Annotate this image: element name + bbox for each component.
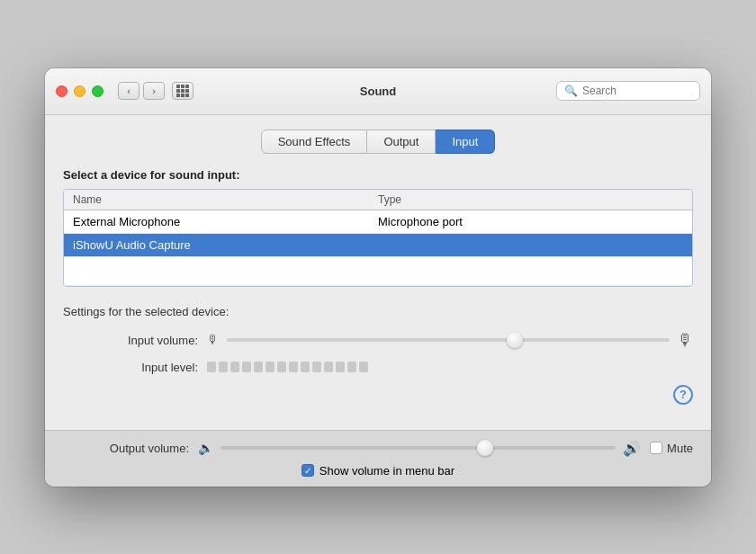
level-bar-3 (230, 362, 239, 372)
tab-bar: Sound Effects Output Input (63, 130, 693, 154)
table-header: Name Type (64, 190, 692, 210)
level-bar-5 (254, 362, 263, 372)
level-bar-10 (312, 362, 321, 372)
output-volume-slider[interactable] (220, 446, 616, 450)
level-bar-4 (242, 362, 251, 372)
input-level-row: Input level: (63, 361, 693, 374)
device-type (378, 238, 683, 252)
table-row[interactable]: External Microphone Microphone port (64, 210, 692, 234)
level-bar-13 (347, 362, 356, 372)
forward-button[interactable]: › (143, 82, 165, 100)
device-type-empty (378, 262, 683, 281)
level-bar-12 (336, 362, 345, 372)
device-name: External Microphone (73, 215, 378, 228)
minimize-button[interactable] (74, 85, 86, 97)
nav-buttons: ‹ › (118, 82, 165, 100)
level-bar-1 (207, 362, 216, 372)
level-bar-2 (219, 362, 228, 372)
level-bar-8 (289, 362, 298, 372)
help-button[interactable]: ? (673, 385, 693, 405)
input-volume-slider[interactable] (227, 338, 670, 342)
settings-label: Settings for the selected device: (63, 305, 693, 318)
mic-small-icon: 🎙 (207, 333, 220, 347)
output-volume-thumb[interactable] (477, 440, 493, 456)
output-volume-label: Output volume: (63, 442, 189, 455)
tab-sound-effects[interactable]: Sound Effects (261, 130, 368, 154)
search-bar[interactable]: 🔍 (556, 81, 700, 101)
level-bar-6 (266, 362, 274, 372)
device-type: Microphone port (378, 215, 683, 228)
input-volume-label: Input volume: (99, 334, 198, 347)
back-button[interactable]: ‹ (118, 82, 140, 100)
table-row-empty[interactable] (64, 257, 692, 286)
section-label: Select a device for sound input: (63, 168, 693, 182)
level-bar-11 (324, 362, 333, 372)
search-input[interactable] (582, 85, 692, 97)
col-type-header: Type (378, 193, 683, 206)
mute-checkbox[interactable] (650, 442, 662, 454)
main-window: ‹ › Sound 🔍 Sound Effects Output Input S… (45, 68, 711, 487)
tab-input[interactable]: Input (436, 130, 495, 154)
vol-low-icon: 🔈 (198, 441, 213, 455)
titlebar: ‹ › Sound 🔍 (45, 68, 711, 115)
search-icon: 🔍 (564, 85, 578, 97)
vol-high-icon: 🔊 (623, 440, 641, 457)
show-volume-row: ✓ Show volume in menu bar (63, 464, 693, 478)
mute-label: Mute (667, 442, 693, 455)
col-name-header: Name (73, 193, 378, 206)
level-bar-9 (301, 362, 310, 372)
grid-icon (176, 85, 189, 97)
input-volume-row: Input volume: 🎙 🎙 (63, 331, 693, 350)
window-title: Sound (360, 85, 396, 98)
input-level-label: Input level: (99, 361, 198, 374)
output-volume-row: Output volume: 🔈 🔊 Mute (63, 440, 693, 457)
table-row-selected[interactable]: iShowU Audio Capture (64, 234, 692, 257)
show-volume-checkbox[interactable]: ✓ (302, 464, 314, 477)
mute-container: Mute (650, 442, 693, 455)
input-level-indicator (207, 362, 368, 372)
device-table: Name Type External Microphone Microphone… (63, 189, 693, 287)
grid-button[interactable] (172, 82, 194, 100)
maximize-button[interactable] (92, 85, 104, 97)
traffic-lights (56, 85, 104, 97)
device-name: iShowU Audio Capture (73, 238, 378, 252)
bottom-bar: Output volume: 🔈 🔊 Mute ✓ Show volume in… (45, 430, 711, 487)
level-bar-7 (277, 362, 286, 372)
level-bar-14 (359, 362, 368, 372)
mic-large-icon: 🎙 (677, 331, 693, 350)
close-button[interactable] (56, 85, 68, 97)
tab-output[interactable]: Output (367, 130, 436, 154)
device-name-empty (73, 262, 378, 281)
content-area: Sound Effects Output Input Select a devi… (45, 115, 711, 430)
help-button-row: ? (63, 385, 693, 405)
input-volume-control: 🎙 🎙 (207, 331, 693, 350)
show-volume-label: Show volume in menu bar (320, 464, 454, 478)
